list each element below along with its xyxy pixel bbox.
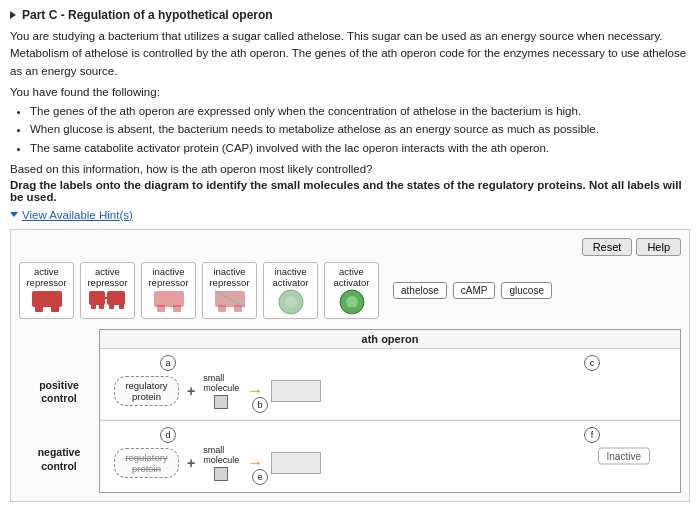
negative-control-content: regulatoryprotein + smallmolecule → [114,445,666,481]
circle-d: d [160,427,176,443]
page: Part C - Regulation of a hypothetical op… [0,0,700,522]
inactive-repressor-1-icon [152,289,186,315]
hint-arrow-icon [10,212,18,217]
palette-athelose[interactable]: athelose [393,282,447,299]
svg-rect-3 [89,291,105,305]
svg-point-20 [346,296,358,308]
collapse-icon[interactable] [10,11,16,19]
part-label: Part C - Regulation of a hypothetical op… [22,8,273,22]
svg-rect-11 [157,305,165,312]
positive-control-content: regulatoryprotein + smallmolecule → [114,373,666,409]
active-repressor-1-icon [30,289,64,315]
question-text: Based on this information, how is the at… [10,163,690,175]
result-box-pos[interactable] [271,380,321,402]
negative-control-label: negativecontrol [19,426,99,493]
svg-rect-1 [35,305,43,312]
palette-active-repressor-1[interactable]: activerepressor [19,262,74,319]
circle-c: c [584,355,600,371]
small-mol-pos: smallmolecule [203,373,239,409]
small-mol-square-pos[interactable] [214,395,228,409]
palette-active-activator[interactable]: activeactivator [324,262,379,319]
help-button[interactable]: Help [636,238,681,256]
svg-rect-7 [109,303,114,309]
svg-rect-14 [218,305,226,312]
positive-control-row: a c regulatoryprotein + smallmolecule → [100,349,680,420]
reset-button[interactable]: Reset [582,238,633,256]
main-area: Reset Help activerepressor activerepress… [10,229,690,502]
findings-label: You have found the following: [10,86,690,98]
plus-pos: + [187,383,195,399]
small-mol-square-neg[interactable] [214,467,228,481]
control-labels: positivecontrol negativecontrol [19,329,99,494]
intro-p1: You are studying a bacterium that utiliz… [10,28,690,80]
circle-b: b [252,397,268,413]
svg-point-18 [285,296,297,308]
palette-camp[interactable]: cAMP [453,282,496,299]
svg-rect-21 [350,307,354,314]
svg-rect-10 [154,291,184,307]
section-header: Part C - Regulation of a hypothetical op… [10,8,690,22]
operon-box: ath operon a c regulatoryprotein + small… [99,329,681,494]
palette-glucose[interactable]: glucose [501,282,551,299]
svg-rect-0 [32,291,62,307]
circle-a: a [160,355,176,371]
positive-control-label: positivecontrol [19,359,99,426]
svg-rect-5 [99,303,104,309]
negative-control-row: d f regulatoryprotein + smallmolecule → [100,421,680,491]
top-buttons: Reset Help [19,238,681,256]
palette-inactive-activator[interactable]: inactiveactivator [263,262,318,319]
plus-neg: + [187,455,195,471]
circle-f: f [584,427,600,443]
svg-rect-15 [234,305,242,312]
hint-row[interactable]: View Available Hint(s) [10,209,690,221]
result-box-neg[interactable] [271,452,321,474]
bullet-list: The genes of the ath operon are expresse… [30,102,690,157]
instruction-text: Drag the labels onto the diagram to iden… [10,179,690,203]
bullet-2: When glucose is absent, the bacterium ne… [30,120,690,138]
inactive-activator-icon [276,289,306,315]
inactive-label-badge[interactable]: Inactive [598,447,650,464]
svg-rect-6 [107,291,125,305]
active-activator-icon [337,289,367,315]
bullet-1: The genes of the ath operon are expresse… [30,102,690,120]
inactive-repressor-2-icon [213,289,247,315]
small-mol-neg: smallmolecule [203,445,239,481]
palette-inactive-repressor-2[interactable]: inactiverepressor [202,262,257,319]
palette-inactive-repressor-1[interactable]: inactiverepressor [141,262,196,319]
diagram-area: positivecontrol negativecontrol ath oper… [19,329,681,494]
bullet-3: The same catabolite activator protein (C… [30,139,690,157]
svg-rect-8 [119,303,124,309]
svg-rect-4 [91,303,96,309]
reg-protein-pos[interactable]: regulatoryprotein [114,376,179,406]
svg-rect-2 [51,305,59,312]
reg-protein-neg[interactable]: regulatoryprotein [114,448,179,478]
operon-title: ath operon [100,330,680,349]
labels-palette: activerepressor activerepressor [19,262,681,319]
active-repressor-2-icon [89,289,127,315]
hint-label[interactable]: View Available Hint(s) [22,209,133,221]
svg-rect-12 [173,305,181,312]
palette-active-repressor-2[interactable]: activerepressor [80,262,135,319]
operon-rows: a c regulatoryprotein + smallmolecule → [100,349,680,491]
circle-e: e [252,469,268,485]
